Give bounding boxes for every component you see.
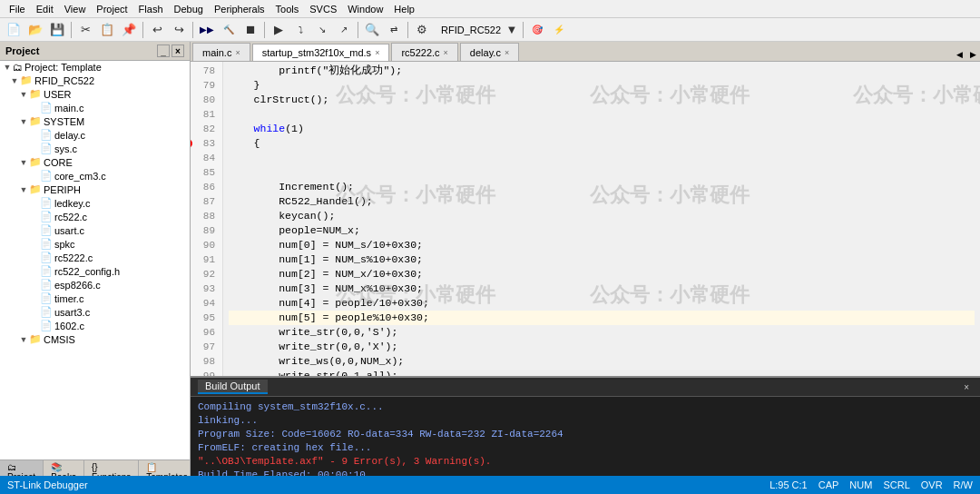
tree-core[interactable]: ▼ 📁 CORE (0, 155, 190, 169)
tree-system[interactable]: ▼ 📁 SYSTEM (0, 114, 190, 128)
label-main-c: main.c (54, 103, 83, 114)
tree-rc5222[interactable]: 📄 rc5222.c (0, 251, 190, 264)
panel-minimize[interactable]: _ (157, 44, 170, 57)
label-sys-c: sys.c (54, 143, 77, 154)
copy-btn[interactable]: 📋 (97, 20, 117, 40)
panel-close[interactable]: × (172, 44, 184, 57)
config-btn[interactable]: ⚡ (549, 20, 569, 40)
tree-usart[interactable]: 📄 usart.c (0, 223, 190, 237)
device-btn[interactable]: 🎯 (527, 20, 547, 40)
build-output: Build Output × Compiling system_stm32f10… (191, 376, 980, 476)
menu-help[interactable]: Help (388, 2, 420, 16)
menu-file[interactable]: File (4, 2, 31, 16)
line-num-81: 81 (194, 107, 219, 122)
build-panel-close[interactable]: × (960, 381, 973, 393)
tree-usart3[interactable]: 📄 usart3.c (0, 305, 190, 319)
menu-bar: File Edit View Project Flash Debug Perip… (0, 0, 980, 18)
code-line-82: while(1) (229, 122, 975, 136)
save-btn[interactable]: 💾 (47, 20, 67, 40)
icon-usart: 📄 (40, 224, 53, 236)
icon-periph-folder: 📁 (29, 183, 42, 195)
tree-esp8266[interactable]: 📄 esp8266.c (0, 278, 190, 291)
menu-debug[interactable]: Debug (169, 2, 209, 16)
tree-timer[interactable]: 📄 timer.c (0, 291, 190, 305)
step-into-btn[interactable]: ↘ (312, 20, 332, 40)
status-rw: R/W (954, 479, 973, 490)
target-dropdown[interactable]: ▼ (505, 20, 519, 40)
new-btn[interactable]: 📄 (4, 20, 24, 40)
menu-view[interactable]: View (59, 2, 92, 16)
menu-project[interactable]: Project (91, 2, 132, 16)
tab-scroll-right[interactable]: ▶ (966, 48, 980, 61)
stop-btn[interactable]: ⏹ (240, 20, 260, 40)
undo-btn[interactable]: ↩ (147, 20, 167, 40)
tab-startup-close[interactable]: × (375, 48, 379, 57)
tab-main-c[interactable]: main.c × (192, 43, 250, 61)
tab-functions[interactable]: {} Functions (84, 460, 139, 476)
tab-delay[interactable]: delay.c × (460, 43, 519, 61)
paste-btn[interactable]: 📌 (119, 20, 139, 40)
menu-svcs[interactable]: SVCS (304, 2, 342, 16)
expand-sys-c (29, 143, 40, 154)
line-num-96: 96 (194, 325, 219, 340)
menu-tools[interactable]: Tools (270, 2, 305, 16)
tab-templates[interactable]: 📋 Templates (139, 460, 191, 476)
tab-startup[interactable]: startup_stm32f10x_md.s × (252, 44, 390, 62)
tree-rfid[interactable]: ▼ 📁 RFID_RC522 (0, 74, 190, 87)
tree-spkc[interactable]: 📄 spkc (0, 237, 190, 251)
tab-project[interactable]: 🗂 Project (0, 460, 44, 476)
menu-window[interactable]: Window (342, 2, 388, 16)
tab-scroll-left[interactable]: ◀ (953, 48, 966, 61)
tree-main-c[interactable]: 📄 main.c (0, 101, 190, 114)
tree-cmsis[interactable]: ▼ 📁 CMSIS (0, 332, 190, 346)
expand-core-cm3 (29, 171, 40, 182)
tree-rc522[interactable]: 📄 rc522.c (0, 210, 190, 223)
build-output-tab[interactable]: Build Output (198, 380, 268, 394)
debug-start-btn[interactable]: ▶ (269, 20, 289, 40)
tab-books[interactable]: 📚 Books (44, 460, 84, 476)
tab-rc5222[interactable]: rc5222.c × (391, 43, 457, 61)
build-line-5: Build Time Elapsed: 00:00:10 (198, 469, 973, 476)
menu-flash[interactable]: Flash (133, 2, 169, 16)
replace-btn[interactable]: ⇄ (384, 20, 404, 40)
tree-1602[interactable]: 📄 1602.c (0, 319, 190, 332)
find-btn[interactable]: 🔍 (362, 20, 382, 40)
tab-main-c-close[interactable]: × (235, 48, 240, 57)
code-line-95: num[5] = people%10+0x30; (229, 311, 975, 325)
tree-sys-c[interactable]: 📄 sys.c (0, 142, 190, 155)
tree-delay-c[interactable]: 📄 delay.c (0, 128, 190, 142)
build-btn[interactable]: ▶▶ (197, 20, 217, 40)
tree-ledkey[interactable]: 📄 ledkey.c (0, 196, 190, 210)
icon-timer: 📄 (40, 292, 53, 304)
open-btn[interactable]: 📂 (25, 20, 45, 40)
icon-user-folder: 📁 (29, 88, 42, 100)
code-content[interactable]: printf("初始化成功"); } clrStruct(); while(1)… (223, 62, 980, 376)
sep3 (192, 22, 193, 38)
build-line-1: linking... (198, 414, 973, 428)
tree-rc522-config[interactable]: 📄 rc522_config.h (0, 264, 190, 278)
menu-peripherals[interactable]: Peripherals (209, 2, 270, 16)
tab-rc5222-close[interactable]: × (444, 48, 448, 57)
target-selector: RFID_RC522 ▼ (441, 20, 519, 40)
settings-btn[interactable]: ⚙ (412, 20, 432, 40)
line-num-98: 98 (194, 354, 219, 369)
step-over-btn[interactable]: ⤵ (290, 20, 310, 40)
cut-btn[interactable]: ✂ (75, 20, 95, 40)
build-line-2: Program Size: Code=16062 RO-data=334 RW-… (198, 428, 973, 441)
tree-project-root[interactable]: ▼ 🗂 Project: Template (0, 61, 190, 74)
redo-btn[interactable]: ↪ (169, 20, 189, 40)
tab-delay-close[interactable]: × (505, 48, 509, 57)
tree-core-cm3[interactable]: 📄 core_cm3.c (0, 169, 190, 183)
tree-periph[interactable]: ▼ 📁 PERIPH (0, 183, 190, 196)
expand-rfid: ▼ (9, 75, 20, 86)
line-num-90: 90 (194, 238, 219, 252)
label-rc522: rc522.c (54, 212, 87, 222)
tree-user[interactable]: ▼ 📁 USER (0, 87, 190, 101)
panel-tabs: 🗂 Project 📚 Books {} Functions 📋 Templat… (0, 459, 190, 476)
code-line-85 (229, 165, 975, 180)
menu-edit[interactable]: Edit (31, 2, 59, 16)
rebuild-btn[interactable]: 🔨 (219, 20, 239, 40)
step-out-btn[interactable]: ↗ (334, 20, 354, 40)
label-usart: usart.c (54, 225, 84, 236)
code-line-97: write_str(0,0,'X'); (229, 340, 975, 354)
